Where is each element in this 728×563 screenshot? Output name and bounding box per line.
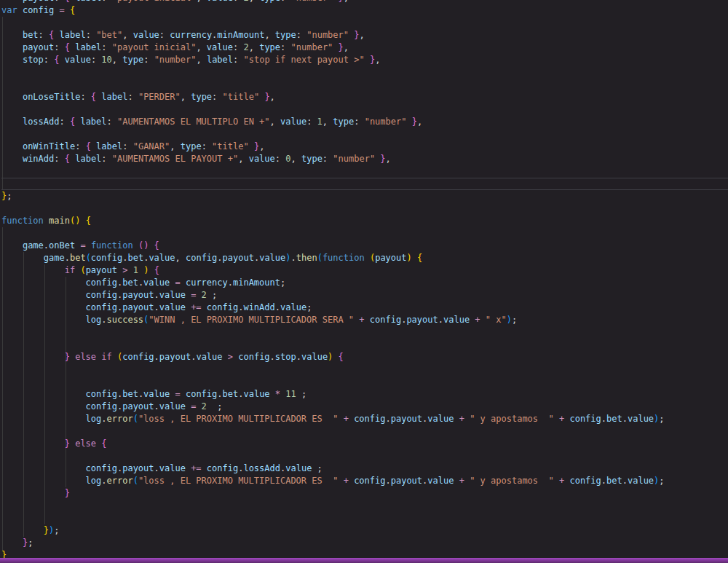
code-area[interactable]: payout: { label: "payout inicial", value… bbox=[0, 0, 728, 562]
code-line[interactable]: onWinTitle: { label: "GANAR", type: "tit… bbox=[1, 141, 728, 153]
code-line[interactable] bbox=[1, 128, 728, 141]
code-line[interactable]: config.payout.value = 2 ; bbox=[1, 289, 728, 302]
code-line[interactable]: function main() { bbox=[1, 215, 728, 227]
code-editor[interactable]: payout: { label: "payout inicial", value… bbox=[0, 0, 728, 563]
code-line[interactable]: payout: { label: "payout inicial", value… bbox=[1, 42, 728, 54]
code-line[interactable] bbox=[1, 227, 728, 240]
code-line[interactable] bbox=[1, 103, 728, 116]
code-line[interactable]: } else if (config.payout.value > config.… bbox=[1, 351, 728, 363]
code-line[interactable] bbox=[1, 339, 728, 351]
code-line[interactable]: onLoseTitle: { label: "PERDER", type: "t… bbox=[1, 91, 728, 103]
code-line[interactable]: stop: { value: 10, type: "number", label… bbox=[1, 54, 728, 66]
code-line[interactable]: config.payout.value += config.winAdd.val… bbox=[1, 302, 728, 314]
code-line[interactable] bbox=[1, 500, 728, 512]
code-line[interactable] bbox=[1, 425, 728, 438]
code-line[interactable] bbox=[1, 178, 728, 190]
code-line[interactable] bbox=[1, 512, 728, 524]
code-line[interactable]: } else { bbox=[1, 438, 728, 450]
code-line[interactable]: config.bet.value = config.bet.value * 11… bbox=[1, 388, 728, 401]
code-line[interactable] bbox=[1, 450, 728, 462]
code-line[interactable]: }); bbox=[1, 524, 728, 537]
code-line[interactable] bbox=[1, 202, 728, 215]
code-line[interactable]: log.error("loss , EL PROXIMO MULTIPLICAD… bbox=[1, 475, 728, 487]
code-line[interactable]: var config = { bbox=[1, 4, 728, 17]
code-line[interactable]: game.bet(config.bet.value, config.payout… bbox=[1, 252, 728, 264]
code-line[interactable]: }; bbox=[1, 190, 728, 202]
code-line[interactable]: if (payout > 1 ) { bbox=[1, 264, 728, 277]
code-line[interactable] bbox=[1, 363, 728, 376]
code-line[interactable]: winAdd: { label: "AUMENTAMOS EL PAYOUT +… bbox=[1, 153, 728, 165]
code-line[interactable] bbox=[1, 326, 728, 339]
code-line[interactable] bbox=[1, 165, 728, 178]
code-line[interactable]: log.success("WINN , EL PROXIMO MULTIPLIC… bbox=[1, 314, 728, 326]
code-line[interactable] bbox=[1, 66, 728, 79]
code-line[interactable] bbox=[1, 376, 728, 388]
code-line[interactable]: } bbox=[1, 487, 728, 500]
code-line[interactable]: config.payout.value = 2 ; bbox=[1, 401, 728, 413]
code-line[interactable]: }; bbox=[1, 537, 728, 549]
code-line[interactable]: bet: { label: "bet", value: currency.min… bbox=[1, 29, 728, 42]
code-line[interactable]: config.bet.value = currency.minAmount; bbox=[1, 277, 728, 289]
code-line[interactable] bbox=[1, 79, 728, 91]
code-line[interactable] bbox=[1, 17, 728, 29]
code-line[interactable]: game.onBet = function () { bbox=[1, 240, 728, 252]
code-line[interactable]: lossAdd: { label: "AUMENTAMOS EL MULTIPL… bbox=[1, 116, 728, 128]
status-bar bbox=[0, 558, 728, 563]
code-line[interactable]: config.payout.value += config.lossAdd.va… bbox=[1, 462, 728, 475]
code-line[interactable]: log.error("loss , EL PROXIMO MULTIPLICAD… bbox=[1, 413, 728, 425]
